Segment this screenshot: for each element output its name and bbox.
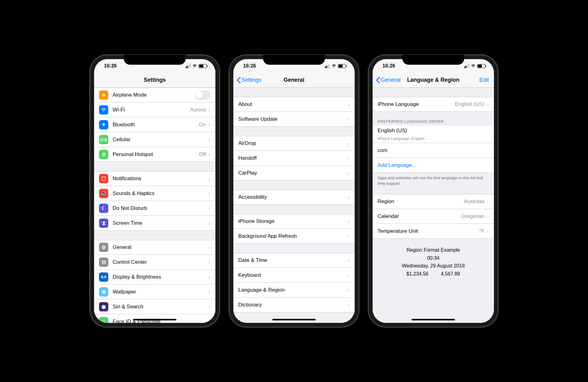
chevron-right-icon: › xyxy=(208,175,210,182)
phone-language-region: 16:26 General Language & Region Edit iPh… xyxy=(368,55,498,327)
cell-airdrop[interactable]: AirDrop› xyxy=(233,136,355,151)
label: Do Not Disturb xyxy=(113,205,208,211)
home-indicator[interactable] xyxy=(133,319,176,320)
edit-button[interactable]: Edit xyxy=(479,77,489,83)
label: com xyxy=(378,147,489,154)
home-indicator[interactable] xyxy=(412,319,455,320)
cell-dnd[interactable]: ☾ Do Not Disturb › xyxy=(94,201,215,216)
back-button[interactable]: General xyxy=(376,77,400,84)
example-title: Region Format Example xyxy=(378,246,489,254)
label: Temperature Unit xyxy=(378,228,479,234)
home-indicator[interactable] xyxy=(272,319,316,320)
cellular-icon: ((•)) xyxy=(99,135,108,144)
cellular-signal-icon xyxy=(186,64,191,68)
status-indicators xyxy=(186,63,207,68)
chevron-right-icon: › xyxy=(487,228,489,235)
bluetooth-icon: ⌖ xyxy=(99,120,108,129)
cell-language-english[interactable]: English (US) iPhone Language: English xyxy=(373,126,494,143)
cell-add-language[interactable]: Add Language… xyxy=(373,158,494,173)
chevron-right-icon: › xyxy=(348,232,350,240)
label: Add Language… xyxy=(378,162,489,168)
cell-region[interactable]: Region Australia › xyxy=(373,194,494,209)
chevron-right-icon: › xyxy=(208,318,210,323)
cell-siri[interactable]: ◉ Siri & Search › xyxy=(94,299,215,314)
cell-iphone-language[interactable]: iPhone Language English (US) › xyxy=(373,97,494,112)
status-time: 16:26 xyxy=(104,63,117,69)
cell-airplane-mode[interactable]: ✈ Airplane Mode xyxy=(94,88,215,102)
cell-wallpaper[interactable]: ❀ Wallpaper › xyxy=(94,284,215,299)
cell-date-time[interactable]: Date & Time› xyxy=(233,253,355,268)
cell-hotspot[interactable]: ⊘ Personal Hotspot Off › xyxy=(94,147,215,162)
general-list[interactable]: About› Software Update› AirDrop› Handoff… xyxy=(233,88,355,323)
status-indicators xyxy=(464,63,486,68)
value: On xyxy=(199,122,206,128)
cell-general[interactable]: ⚙ General › xyxy=(94,240,215,255)
chevron-right-icon: › xyxy=(208,303,210,310)
back-button[interactable]: Settings xyxy=(236,77,262,84)
cell-screentime[interactable]: ⧗ Screen Time › xyxy=(94,216,215,231)
wifi-icon xyxy=(192,63,197,68)
chevron-right-icon: › xyxy=(208,288,210,295)
value: Australia xyxy=(464,198,484,205)
sliders-icon: ⊟ xyxy=(99,258,108,267)
chevron-right-icon: › xyxy=(208,219,210,227)
label: Software Update xyxy=(238,116,348,122)
phone-general: 16:26 Settings General About› Software U… xyxy=(229,55,359,327)
cell-faceid[interactable]: ☺ Face ID & Passcode › xyxy=(94,314,215,323)
status-bar: 16:26 xyxy=(373,59,494,73)
cell-background-refresh[interactable]: Background App Refresh› xyxy=(233,229,355,244)
chevron-right-icon: › xyxy=(348,169,350,176)
label: Airplane Mode xyxy=(113,92,195,98)
label: Accessibility xyxy=(238,194,348,200)
chevron-right-icon: › xyxy=(208,106,210,113)
chevron-right-icon: › xyxy=(348,301,350,308)
cell-control-center[interactable]: ⊟ Control Center › xyxy=(94,255,215,270)
label: About xyxy=(238,101,348,107)
language-region-list[interactable]: iPhone Language English (US) › PREFERRED… xyxy=(373,88,494,323)
page-title: Settings xyxy=(144,77,166,83)
chevron-right-icon: › xyxy=(348,194,350,201)
siri-icon: ◉ xyxy=(99,302,108,311)
cell-language-com[interactable]: com xyxy=(373,143,494,158)
cell-notifications[interactable]: ☐ Notifications › xyxy=(94,171,215,186)
sublabel: iPhone Language: English xyxy=(378,136,425,141)
cell-calendar[interactable]: Calendar Gregorian › xyxy=(373,209,494,224)
battery-icon xyxy=(477,64,485,68)
battery-icon xyxy=(199,64,207,68)
cell-bluetooth[interactable]: ⌖ Bluetooth On › xyxy=(94,117,215,132)
cell-carplay[interactable]: CarPlay› xyxy=(233,166,355,180)
label: Calendar xyxy=(378,213,461,219)
cell-iphone-storage[interactable]: iPhone Storage› xyxy=(233,214,355,229)
cell-about[interactable]: About› xyxy=(233,97,355,112)
value: Gregorian xyxy=(461,213,485,219)
chevron-left-icon xyxy=(376,77,380,84)
label: English (US) xyxy=(378,128,407,136)
nav-bar: General Language & Region Edit xyxy=(373,73,494,88)
cell-language-region[interactable]: Language & Region› xyxy=(233,283,355,297)
label: AirDrop xyxy=(238,140,348,146)
airplane-toggle[interactable] xyxy=(195,90,210,100)
screen: 16:26 Settings ✈ Airplane Mode Wi-Fi xyxy=(94,59,215,323)
label: Background App Refresh xyxy=(238,233,348,239)
chevron-right-icon: › xyxy=(348,218,350,225)
cell-software-update[interactable]: Software Update› xyxy=(233,112,355,127)
cell-sounds[interactable]: 🔊 Sounds & Haptics › xyxy=(94,186,215,201)
cell-accessibility[interactable]: Accessibility› xyxy=(233,190,355,205)
settings-list[interactable]: ✈ Airplane Mode Wi-Fi Aurora › ⌖ Bluetoo… xyxy=(94,88,215,323)
cell-cellular[interactable]: ((•)) Cellular › xyxy=(94,132,215,147)
cell-wifi[interactable]: Wi-Fi Aurora › xyxy=(94,102,215,117)
chevron-right-icon: › xyxy=(348,271,350,279)
chevron-right-icon: › xyxy=(487,101,489,108)
cell-handoff[interactable]: Handoff› xyxy=(233,151,355,166)
cell-dictionary[interactable]: Dictionary› xyxy=(233,297,355,312)
chevron-right-icon: › xyxy=(487,198,489,205)
label: Screen Time xyxy=(113,220,208,226)
chevron-right-icon: › xyxy=(348,257,350,264)
label: Region xyxy=(378,198,464,205)
flower-icon: ❀ xyxy=(99,287,108,297)
cell-temperature[interactable]: Temperature Unit °F › xyxy=(373,224,494,239)
cell-display[interactable]: AA Display & Brightness › xyxy=(94,270,215,284)
hourglass-icon: ⧗ xyxy=(99,219,108,228)
cell-keyboard[interactable]: Keyboard› xyxy=(233,268,355,283)
label: Personal Hotspot xyxy=(113,151,199,158)
